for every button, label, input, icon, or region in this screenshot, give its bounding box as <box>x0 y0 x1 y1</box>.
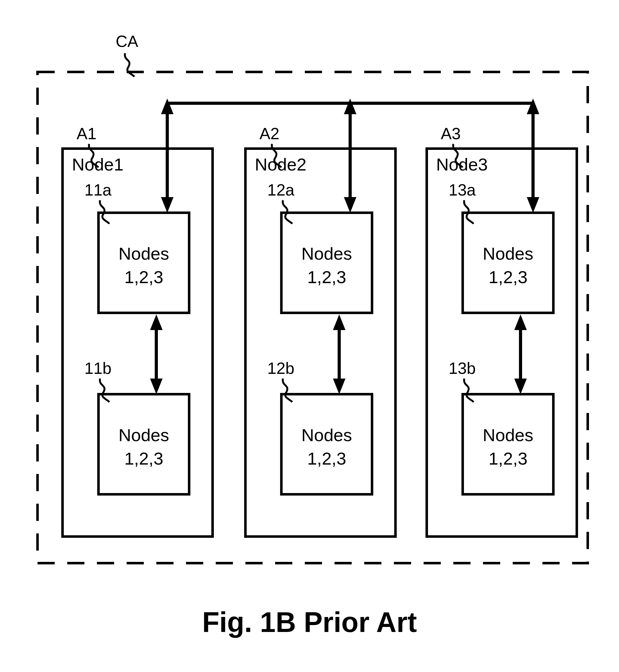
node3-title: Node3 <box>436 155 488 174</box>
svg-marker-4 <box>344 99 356 114</box>
diagram-page: CA A1 Node1 11a Nodes 1,2,3 <box>0 0 619 672</box>
node2-group: A2 Node2 12a Nodes 1,2,3 12b Nodes 1,2,3 <box>246 125 396 537</box>
squig-11b <box>100 378 110 402</box>
svg-marker-16 <box>514 314 527 330</box>
inner-13b-line1: Nodes <box>483 425 533 445</box>
a1-label: A1 <box>77 125 96 143</box>
arrow-12a-12b <box>333 314 345 394</box>
ref-13a: 13a <box>449 181 476 199</box>
ref-12b: 12b <box>267 359 294 377</box>
node3-group: A3 Node3 13a Nodes 1,2,3 13b Nodes 1,2,3 <box>427 125 577 537</box>
svg-marker-1 <box>161 99 174 114</box>
arrow-bus-to-node3 <box>527 99 539 213</box>
inner-11a-line1: Nodes <box>119 244 169 263</box>
inner-13b-line2: 1,2,3 <box>489 449 528 468</box>
svg-marker-7 <box>527 99 539 114</box>
diagram-svg: CA A1 Node1 11a Nodes 1,2,3 <box>0 0 619 672</box>
inner-11b-line1: Nodes <box>119 425 169 445</box>
node1-group: A1 Node1 11a Nodes 1,2,3 11b Nodes 1,2,3 <box>63 125 213 537</box>
arrow-13a-13b <box>514 314 527 394</box>
inner-12b-line1: Nodes <box>301 425 352 445</box>
ca-label: CA <box>116 32 138 50</box>
ref-13b: 13b <box>449 359 476 377</box>
inner-13a-line2: 1,2,3 <box>489 267 528 287</box>
svg-marker-2 <box>161 197 174 213</box>
svg-marker-17 <box>514 378 527 394</box>
svg-marker-10 <box>150 314 162 330</box>
node1-title: Node1 <box>72 155 124 174</box>
svg-marker-8 <box>527 197 539 213</box>
arrow-bus-to-node1 <box>161 99 174 213</box>
arrow-bus-to-node2 <box>344 99 356 213</box>
a3-label: A3 <box>441 125 461 143</box>
figure-caption: Fig. 1B Prior Art <box>202 607 417 638</box>
squig-12b <box>283 378 292 402</box>
a2-label: A2 <box>260 125 279 143</box>
svg-marker-5 <box>344 197 356 213</box>
ref-11b: 11b <box>84 359 112 377</box>
inner-11b-line2: 1,2,3 <box>124 449 163 468</box>
inner-13a-line1: Nodes <box>483 244 533 263</box>
ref-12a: 12a <box>267 181 294 199</box>
svg-marker-14 <box>333 378 345 394</box>
inner-12a-line2: 1,2,3 <box>307 267 346 287</box>
inner-12b-line2: 1,2,3 <box>307 449 346 468</box>
svg-marker-13 <box>333 314 345 330</box>
arrow-11a-11b <box>150 314 162 394</box>
inner-11a-line2: 1,2,3 <box>124 267 163 287</box>
svg-marker-11 <box>150 378 162 394</box>
squig-13b <box>464 378 474 402</box>
inner-12a-line1: Nodes <box>301 244 352 263</box>
ref-11a: 11a <box>84 181 112 199</box>
node2-title: Node2 <box>255 155 306 174</box>
ca-box <box>38 72 588 563</box>
